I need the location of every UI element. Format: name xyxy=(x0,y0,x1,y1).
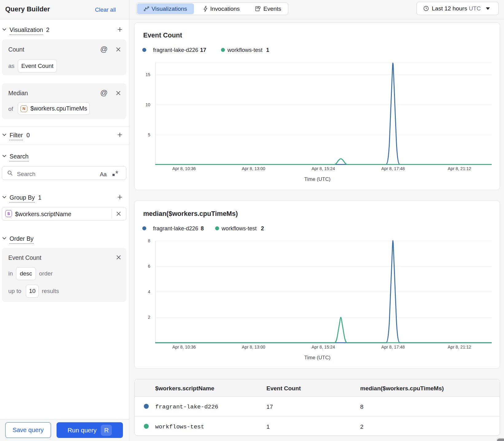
svg-text:*: * xyxy=(115,170,118,177)
